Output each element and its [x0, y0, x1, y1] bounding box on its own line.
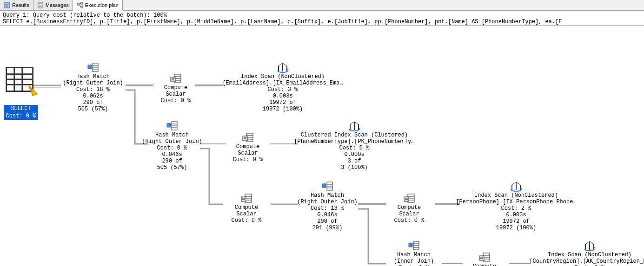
node-rows1: 19972 of	[456, 218, 577, 225]
plan-node-compute-scalar-2[interactable]: Compute Scalar Cost: 0 %	[225, 131, 271, 163]
svg-rect-10	[81, 2, 83, 4]
svg-line-65	[350, 122, 354, 124]
svg-rect-9	[77, 3, 79, 5]
execution-plan-canvas[interactable]: SELECT Cost: 0 % Hash Match (Right Outer…	[0, 26, 644, 266]
tab-execution-plan[interactable]: Execution plan	[73, 0, 123, 11]
svg-line-109	[590, 241, 594, 244]
node-rows1: 290 of	[295, 218, 360, 225]
grid-icon	[4, 2, 10, 8]
page-icon	[37, 2, 44, 8]
compute-scalar-icon	[170, 72, 182, 84]
execution-plan-icon	[77, 2, 83, 8]
svg-rect-72	[241, 197, 246, 201]
hash-match-icon	[321, 180, 333, 192]
node-rows1: 3 of	[294, 158, 415, 164]
node-time: 0.000s	[294, 151, 415, 158]
hash-match-icon	[87, 61, 99, 73]
node-rows1: 19972 of	[222, 99, 343, 106]
node-cost: Cost: 0 %	[223, 217, 270, 224]
compute-scalar-icon	[478, 251, 491, 263]
svg-rect-84	[404, 197, 409, 201]
node-title: Compute Scalar	[153, 84, 199, 97]
node-time: 0.003s	[222, 93, 343, 99]
node-subtitle: (Right Outer Join)	[139, 138, 205, 145]
svg-rect-0	[4, 2, 10, 8]
plan-node-hash-match-4[interactable]: Hash Match (Inner Join) Cost: 1 % 0.030s…	[381, 240, 446, 266]
compute-scalar-icon	[240, 192, 252, 204]
plan-node-compute-scalar-5[interactable]: Compute Scalar Cost: 0 %	[461, 251, 508, 266]
svg-rect-59	[243, 136, 247, 141]
node-time: 0.046s	[295, 212, 360, 218]
compute-scalar-icon	[242, 131, 254, 143]
tab-results[interactable]: Results	[0, 0, 33, 10]
node-cost: Cost: 0 %	[139, 145, 205, 151]
plan-node-hash-match-3[interactable]: Hash Match (Right Outer Join) Cost: 13 %…	[295, 180, 360, 231]
plan-node-compute-scalar-4[interactable]: Compute Scalar Cost: 0 %	[386, 192, 432, 224]
node-cost: Cost: 18 %	[60, 86, 126, 93]
node-subtitle: [CountryRegion].[AK_CountryRegion_N…	[529, 258, 644, 265]
plan-node-index-scan-personphone[interactable]: Index Scan (NonClustered) [PersonPhone].…	[456, 180, 577, 231]
select-icon	[4, 62, 38, 98]
plan-node-index-scan-countryregion[interactable]: Index Scan (NonClustered) [CountryRegion…	[529, 240, 644, 266]
node-subtitle: [PersonPhone].[IX_PersonPhone_Phone…	[456, 199, 577, 205]
select-label: SELECT	[4, 105, 38, 112]
tab-results-label: Results	[12, 2, 29, 8]
svg-line-108	[585, 241, 590, 244]
node-title: Hash Match	[139, 132, 205, 138]
plan-node-index-scan-email[interactable]: Index Scan (NonClustered) [EmailAddress]…	[222, 61, 343, 112]
node-rows2: 3 (100%)	[294, 164, 415, 171]
node-rows2: 505 (57%)	[139, 164, 205, 171]
tab-messages-label: Messages	[46, 2, 69, 8]
node-rows2: 505 (57%)	[60, 106, 126, 112]
node-title: Compute Scalar	[461, 263, 508, 266]
svg-line-91	[516, 182, 520, 185]
node-title: Hash Match	[295, 192, 360, 199]
node-title: Hash Match	[60, 73, 126, 80]
plan-node-select[interactable]: SELECT Cost: 0 %	[4, 62, 38, 120]
svg-line-48	[283, 63, 287, 66]
hash-match-icon	[408, 240, 420, 252]
query-cost-line: Query 1: Query cost (relative to the bat…	[3, 12, 641, 19]
query-header: Query 1: Query cost (relative to the bat…	[0, 11, 644, 26]
node-title: Index Scan (NonClustered)	[456, 192, 577, 199]
clustered-index-scan-icon	[348, 120, 360, 132]
node-rows1: 290 of	[60, 99, 126, 106]
node-title: Index Scan (NonClustered)	[222, 73, 343, 80]
svg-line-12	[79, 3, 81, 4]
index-scan-icon	[510, 180, 522, 192]
plan-node-compute-scalar-1[interactable]: Compute Scalar Cost: 0 %	[153, 72, 199, 104]
node-cost: Cost: 0 %	[153, 97, 199, 104]
index-scan-icon	[584, 240, 596, 252]
node-subtitle: (Inner Join)	[381, 258, 446, 265]
node-rows2: 291 (99%)	[295, 225, 360, 231]
node-cost: Cost: 2 %	[456, 205, 577, 212]
hash-match-icon	[166, 120, 178, 132]
svg-rect-41	[171, 77, 175, 82]
svg-line-90	[512, 182, 516, 185]
index-scan-icon	[277, 61, 289, 73]
compute-scalar-icon	[403, 192, 415, 204]
svg-line-47	[279, 63, 283, 66]
node-time: 0.062s	[60, 93, 126, 99]
svg-line-66	[354, 122, 359, 124]
node-subtitle: [EmailAddress].[IX_EmailAddress_Ema…	[222, 80, 343, 86]
node-subtitle: (Right Outer Join)	[295, 199, 360, 205]
node-cost: Cost: 3 %	[222, 86, 343, 93]
plan-node-hash-match-2[interactable]: Hash Match (Right Outer Join) Cost: 0 % …	[139, 120, 205, 171]
node-cost: Cost: 0 %	[225, 156, 271, 163]
plan-node-clustered-index-scan-phonenumbertype[interactable]: Clustered Index Scan (Clustered) [PhoneN…	[294, 120, 415, 171]
node-cost: Cost: 0 %	[294, 145, 415, 151]
tab-execution-plan-label: Execution plan	[85, 2, 119, 8]
select-cost: Cost: 0 %	[4, 112, 38, 120]
plan-node-hash-match-1[interactable]: Hash Match (Right Outer Join) Cost: 18 %…	[60, 61, 126, 112]
query-sql-line: SELECT e.[BusinessEntityID], p.[Title], …	[3, 19, 641, 25]
node-time: 0.003s	[456, 212, 577, 218]
node-rows1: 290 of	[139, 158, 205, 164]
node-title: Hash Match	[381, 252, 446, 258]
svg-line-13	[79, 4, 81, 7]
tab-messages[interactable]: Messages	[33, 0, 73, 10]
node-rows2: 19972 (100%)	[456, 225, 577, 231]
node-rows2: 19972 (100%)	[222, 106, 343, 112]
plan-node-compute-scalar-3[interactable]: Compute Scalar Cost: 0 %	[223, 192, 270, 224]
node-subtitle: [PhoneNumberType].[PK_PhoneNumberTy…	[294, 138, 415, 145]
